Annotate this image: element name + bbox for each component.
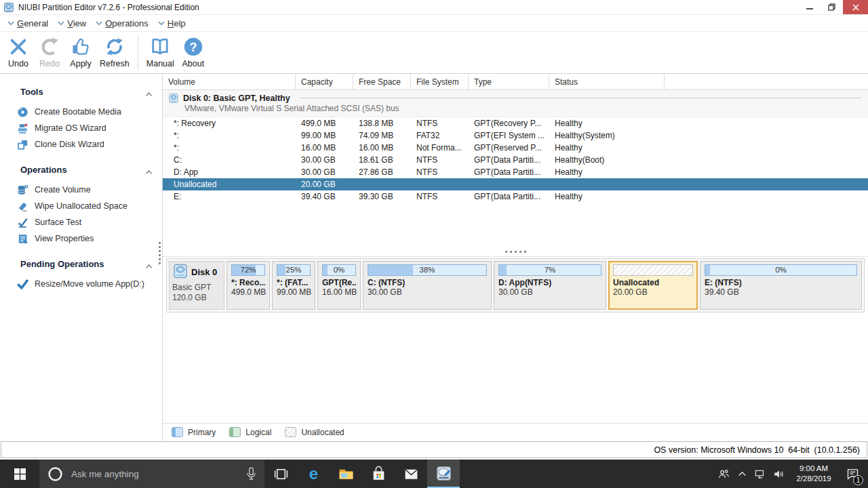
app-logo-icon xyxy=(3,2,14,13)
menu-view[interactable]: View xyxy=(54,15,92,31)
sidebar-item-label: View Properties xyxy=(35,234,94,243)
toolbar: UndoRedoApplyRefreshManual?About xyxy=(0,32,868,74)
sidebar-item-create-bootable-media[interactable]: Create Bootable Media xyxy=(0,104,162,120)
file-explorer-icon[interactable] xyxy=(330,460,362,488)
partition-block-fat[interactable]: 25%*: (FAT...99.00 MB xyxy=(272,261,315,310)
menu-help[interactable]: Help xyxy=(155,15,192,31)
disk-group-row[interactable]: Disk 0: Basic GPT, Healthy VMware, VMwar… xyxy=(163,90,868,117)
svg-text:?: ? xyxy=(189,41,197,54)
table-row-d-app[interactable]: D: App30.00 GB27.86 GBNTFSGPT(Data Parti… xyxy=(163,166,868,178)
microphone-icon[interactable] xyxy=(246,467,256,481)
cell-extra xyxy=(665,190,868,203)
partition-block-c-ntfs[interactable]: 38%C: (NTFS)30.00 GB xyxy=(363,261,492,310)
restore-button[interactable] xyxy=(821,0,843,14)
store-icon[interactable] xyxy=(362,460,395,488)
partition-block-unallocated[interactable]: Unallocated20.00 GB xyxy=(608,261,698,310)
cell-volume: D: App xyxy=(163,166,296,178)
sidebar-section-pending-operations: Pending OperationsResize/Move volume App… xyxy=(0,256,162,292)
cell-extra xyxy=(665,129,868,142)
table-header: VolumeCapacityFree SpaceFile SystemTypeS… xyxy=(163,74,868,90)
cell-capacity: 16.00 MB xyxy=(296,142,353,154)
sidebar-item-clone-disk-wizard[interactable]: Clone Disk Wizard xyxy=(0,136,162,152)
column-header-type[interactable]: Type xyxy=(469,74,549,89)
minimize-button[interactable] xyxy=(798,0,821,14)
column-header-status[interactable]: Status xyxy=(549,74,665,89)
refresh-button[interactable]: Refresh xyxy=(96,35,133,68)
partition-name: GPT(Re... xyxy=(322,278,356,287)
table-rows: *: Recovery499.0 MB138.8 MBNTFSGPT(Recov… xyxy=(163,117,868,203)
network-icon[interactable] xyxy=(751,460,770,488)
start-button[interactable] xyxy=(0,460,39,488)
niubi-app-icon[interactable] xyxy=(427,460,460,488)
apply-button[interactable]: Apply xyxy=(65,35,96,68)
partition-block-gpt-re[interactable]: 0%GPT(Re...16.00 MB xyxy=(317,261,361,310)
column-header-capacity[interactable]: Capacity xyxy=(296,74,353,89)
cell-status: Healthy(Boot) xyxy=(549,154,665,166)
sidebar-section-header[interactable]: Pending Operations xyxy=(0,256,162,272)
table-row-e[interactable]: E:39.40 GB39.30 GBNTFSGPT(Data Partiti..… xyxy=(163,190,868,203)
task-view-button[interactable] xyxy=(264,460,297,488)
partition-block-reco[interactable]: 72%*: Reco...499.0 MB xyxy=(226,261,270,310)
legend-label: Unallocated xyxy=(301,428,344,437)
disk-map-disk-info[interactable]: Disk 0 Basic GPT 120.0 GB xyxy=(169,261,224,310)
usage-bar: 0% xyxy=(705,264,857,276)
partition-name: E: (NTFS) xyxy=(705,278,857,287)
cell-type: GPT(Data Partiti... xyxy=(469,166,549,178)
toolbar-button-label: Refresh xyxy=(100,59,130,68)
toolbar-button-label: About xyxy=(182,59,204,68)
table-row-[interactable]: *:16.00 MB16.00 MBNot Forma...GPT(Reserv… xyxy=(163,142,868,154)
legend-label: Logical xyxy=(245,428,271,437)
sidebar-item-resize-move-volume-app-d[interactable]: Resize/Move volume App(D:) xyxy=(0,276,162,292)
search-box[interactable]: Ask me anything xyxy=(39,460,264,488)
column-header-free-space[interactable]: Free Space xyxy=(353,74,411,89)
column-header-volume[interactable]: Volume xyxy=(163,74,296,89)
table-row-recovery[interactable]: *: Recovery499.0 MB138.8 MBNTFSGPT(Recov… xyxy=(163,117,868,129)
title-bar: NIUBI Partition Editor v7.2.6 - Professi… xyxy=(0,0,868,15)
menu-label: General xyxy=(17,18,48,28)
edge-icon[interactable]: e xyxy=(297,460,330,488)
action-center-icon[interactable]: 1 xyxy=(841,460,864,488)
mail-icon[interactable] xyxy=(395,460,427,488)
partition-block-e-ntfs[interactable]: 0%E: (NTFS)39.40 GB xyxy=(700,261,862,310)
menu-general[interactable]: General xyxy=(4,15,54,31)
volume-icon[interactable] xyxy=(770,460,788,488)
cell-capacity: 99.00 MB xyxy=(296,129,353,142)
menu-operations[interactable]: Operations xyxy=(92,15,155,31)
cell-fs: NTFS xyxy=(411,117,469,129)
table-row-unallocated[interactable]: Unallocated20.00 GB xyxy=(163,178,868,190)
partition-block-d-app-ntfs[interactable]: 7%D: App(NTFS)30.00 GB xyxy=(494,261,606,310)
table-row-c[interactable]: C:30.00 GB18.61 GBNTFSGPT(Data Partiti..… xyxy=(163,154,868,166)
redo-button[interactable]: Redo xyxy=(34,35,65,68)
migrate-os-icon xyxy=(17,123,28,134)
status-bar: OS version: Microsoft Windows 10 64-bit … xyxy=(0,441,868,460)
panel-splitter-handle[interactable] xyxy=(159,242,162,264)
about-button[interactable]: ?About xyxy=(178,35,209,68)
sidebar-item-wipe-unallocated-space[interactable]: Wipe Unallocated Space xyxy=(0,198,162,214)
manual-button[interactable]: Manual xyxy=(143,35,178,68)
sidebar-item-migrate-os-wizard[interactable]: Migrate OS Wizard xyxy=(0,120,162,136)
clone-disk-icon xyxy=(17,139,28,150)
taskbar-clock[interactable]: 9:00 AM 2/28/2019 xyxy=(791,464,837,484)
column-header-file-system[interactable]: File System xyxy=(411,74,469,89)
sidebar-item-view-properties[interactable]: View Properties xyxy=(0,230,162,247)
partition-size: 16.00 MB xyxy=(322,287,356,297)
undo-button[interactable]: Undo xyxy=(3,35,34,68)
horizontal-splitter[interactable] xyxy=(163,247,868,257)
cell-free: 138.8 MB xyxy=(353,117,411,129)
os-version-text: OS version: Microsoft Windows 10 64-bit … xyxy=(654,445,860,455)
sidebar-item-label: Create Bootable Media xyxy=(35,107,121,117)
table-row-[interactable]: *:99.00 MB74.09 MBFAT32GPT(EFI System ..… xyxy=(163,129,868,142)
cell-volume: *: xyxy=(163,129,296,142)
sidebar-section-tools: ToolsCreate Bootable MediaMigrate OS Wiz… xyxy=(0,83,162,152)
close-button[interactable] xyxy=(843,0,868,14)
sidebar-item-surface-test[interactable]: Surface Test xyxy=(0,214,162,230)
divider xyxy=(300,98,861,98)
sidebar-section-header[interactable]: Tools xyxy=(0,83,162,100)
people-icon[interactable] xyxy=(715,460,733,488)
cell-status: Healthy xyxy=(549,190,665,203)
tray-expand-icon[interactable] xyxy=(733,460,751,488)
sidebar-item-create-volume[interactable]: Create Volume xyxy=(0,182,162,198)
sidebar-section-header[interactable]: Operations xyxy=(0,161,162,178)
svg-text:e: e xyxy=(309,466,317,483)
undo-icon xyxy=(8,37,28,57)
